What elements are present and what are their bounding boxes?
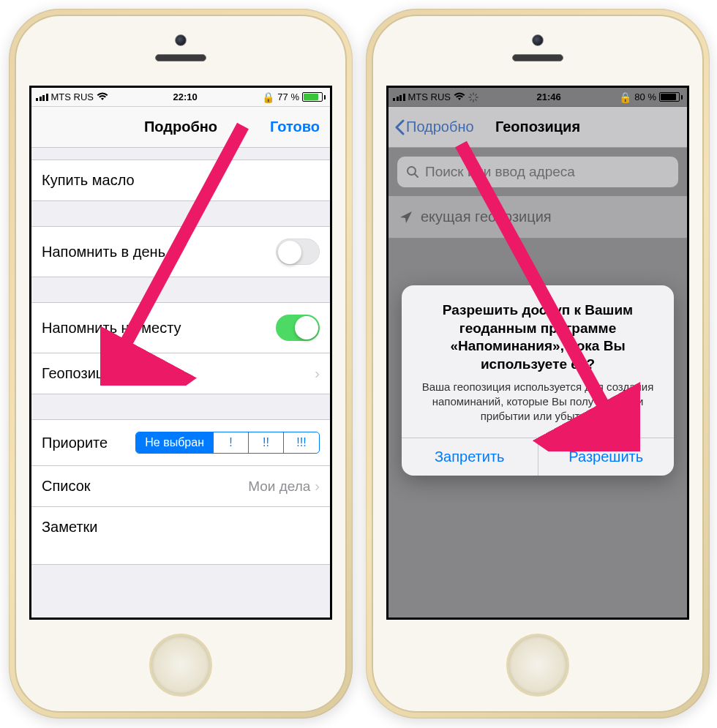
status-right: 🔒 77 % <box>262 91 326 103</box>
front-camera <box>175 34 187 46</box>
priority-seg-2[interactable]: !! <box>249 432 284 453</box>
speaker-grill <box>155 54 206 61</box>
priority-segmented[interactable]: Не выбран ! !! !!! <box>135 432 320 454</box>
home-button[interactable] <box>149 634 212 697</box>
home-button[interactable] <box>506 634 569 697</box>
reminder-title-text: Купить масло <box>42 172 135 189</box>
remind-place-switch[interactable] <box>276 315 320 341</box>
group-remind-place: Напомнить на месту Геопозиция › <box>31 302 330 394</box>
group-remind: Напомнить в день <box>31 226 330 277</box>
screen-left: MTS RUS 22:10 🔒 77 % Подробно Готово <box>29 86 332 620</box>
battery-icon <box>302 92 326 102</box>
wifi-icon <box>97 91 108 103</box>
alert-message: Ваша геопозиция используется для создани… <box>415 380 661 424</box>
chevron-right-icon: › <box>315 365 320 382</box>
remind-day-switch[interactable] <box>276 239 320 265</box>
signal-icon <box>36 94 48 101</box>
alert-allow-button[interactable]: Разрешить <box>538 438 675 476</box>
row-remind-day: Напомнить в день <box>31 226 330 277</box>
list-value-wrap: Мои дела › <box>248 478 320 495</box>
phone-mockup-left: MTS RUS 22:10 🔒 77 % Подробно Готово <box>9 9 353 718</box>
speaker-grill <box>512 54 563 61</box>
alert-deny-button[interactable]: Запретить <box>402 438 538 476</box>
row-remind-place: Напомнить на месту <box>31 302 330 353</box>
alert-title: Разрешить доступ к Вашим геоданным прогр… <box>415 301 661 374</box>
status-time: 22:10 <box>173 91 198 102</box>
nav-bar: Подробно Готово <box>31 107 330 148</box>
phone-mockup-right: MTS RUS 21:46 🔒 80 % <box>366 9 710 718</box>
status-left: MTS RUS <box>36 91 108 103</box>
row-notes[interactable]: Заметки <box>31 506 330 565</box>
screen-right: MTS RUS 21:46 🔒 80 % <box>386 86 689 620</box>
battery-percent: 77 % <box>277 91 299 102</box>
remind-day-label: Напомнить в день <box>42 244 165 260</box>
list-value: Мои дела <box>248 479 310 495</box>
remind-place-label: Напомнить на месту <box>42 320 181 337</box>
list-label: Список <box>42 478 91 495</box>
rotation-lock-icon: 🔒 <box>262 91 274 103</box>
done-button[interactable]: Готово <box>270 119 320 135</box>
nav-title: Подробно <box>144 119 217 135</box>
reminder-title-field[interactable]: Купить масло <box>31 160 330 201</box>
priority-seg-3[interactable]: !!! <box>284 432 319 453</box>
geolocation-label: Геопозиция <box>42 365 120 382</box>
row-geolocation[interactable]: Геопозиция › <box>31 353 330 394</box>
front-camera <box>532 34 544 46</box>
status-bar: MTS RUS 22:10 🔒 77 % <box>31 88 330 107</box>
chevron-right-icon: › <box>315 478 320 495</box>
carrier-label: MTS RUS <box>51 91 94 102</box>
priority-seg-none[interactable]: Не выбран <box>136 432 214 453</box>
permission-alert: Разрешить доступ к Вашим геоданным прогр… <box>402 285 674 476</box>
row-priority: Приорите Не выбран ! !! !!! <box>31 419 330 465</box>
priority-label: Приорите <box>42 435 108 451</box>
priority-seg-1[interactable]: ! <box>214 432 249 453</box>
group-title: Купить масло <box>31 160 330 201</box>
notes-label: Заметки <box>42 519 98 536</box>
row-list[interactable]: Список Мои дела › <box>31 465 330 506</box>
group-priority-list: Приорите Не выбран ! !! !!! Список Мои д… <box>31 419 330 565</box>
